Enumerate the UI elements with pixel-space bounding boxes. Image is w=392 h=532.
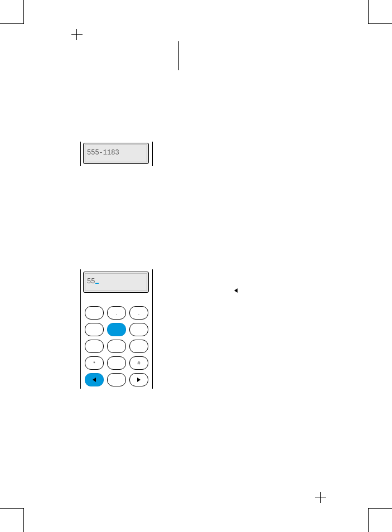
crop-mark-top-right (368, 0, 392, 24)
key-center[interactable] (107, 373, 126, 386)
display1-line2: 555-1183 (87, 149, 145, 157)
arrow-right-icon (137, 378, 141, 382)
registration-cross-bottom (315, 492, 326, 503)
key-star[interactable]: * (85, 356, 104, 370)
key-7[interactable] (85, 340, 104, 353)
crop-mark-bottom-right (368, 508, 392, 532)
keypad: . . * # (85, 306, 148, 390)
phone-display-1: 555-1183 (83, 143, 149, 164)
key-4[interactable] (85, 323, 104, 336)
key-0[interactable] (107, 356, 126, 370)
key-9[interactable] (129, 340, 148, 353)
phone-frame-2: 55 . . * # (80, 269, 153, 389)
registration-cross-top (71, 29, 83, 40)
arrow-left-icon (93, 378, 96, 382)
key-8[interactable] (107, 340, 126, 353)
display2-line2: 55 (87, 278, 145, 286)
center-tick (178, 41, 179, 70)
phone-display-2: 55 (83, 272, 149, 293)
phone-display-frame-1: 555-1183 (80, 142, 153, 166)
key-3[interactable]: . (129, 306, 148, 320)
key-6[interactable] (129, 323, 148, 336)
crop-mark-top-left (0, 0, 24, 24)
key-5[interactable] (107, 323, 126, 336)
key-right[interactable] (129, 373, 148, 386)
arrow-left-small-icon (234, 288, 238, 293)
crop-mark-bottom-left (0, 508, 24, 532)
key-hash[interactable]: # (129, 356, 148, 370)
key-2[interactable]: . (107, 306, 126, 320)
key-left[interactable] (85, 373, 104, 386)
cursor-icon (95, 283, 99, 284)
key-1[interactable] (85, 306, 104, 320)
